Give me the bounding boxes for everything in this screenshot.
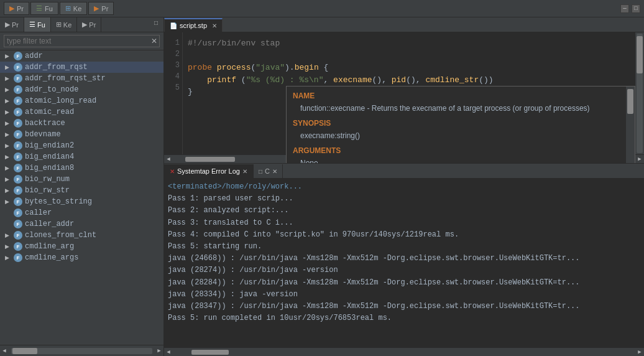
horizontal-scrollbar[interactable] — [11, 348, 152, 354]
bottom-hscroll[interactable]: ◀ ▶ — [164, 347, 644, 356]
function-icon: F — [14, 220, 22, 228]
collapse-button[interactable]: □ — [151, 17, 161, 27]
console-line: Pass 3: translated to C i... — [168, 217, 640, 229]
vscroll-thumb — [637, 36, 643, 73]
left-tab-pr[interactable]: ▶ Pr — [0, 17, 24, 32]
search-clear-button[interactable]: ✕ — [151, 37, 157, 45]
tree-arrow-icon: ▶ — [5, 232, 12, 238]
list-item[interactable]: ▶ F big_endian4 — [0, 151, 163, 162]
console-line: Pass 2: analyzed script:... — [168, 205, 640, 217]
bottom-hscroll-left[interactable]: ◀ — [164, 348, 173, 357]
list-item[interactable]: ▶ F big_endian2 — [0, 140, 163, 151]
left-tab-pr2[interactable]: ▶ Pr — [77, 17, 101, 32]
list-item[interactable]: ▶ F cmdline_args — [0, 252, 163, 263]
scroll-right-button[interactable]: ▶ — [155, 347, 163, 355]
list-item[interactable]: ▶ F bio_rw_num — [0, 174, 163, 185]
bottom-hscroll-right[interactable]: ▶ — [635, 348, 644, 357]
tab-close-button[interactable]: ✕ — [212, 22, 217, 29]
documentation-popup: NAME function::execname - Returns the ex… — [286, 86, 635, 163]
console-line: java (28347)) : /usr/bin/java -Xms128m -… — [168, 301, 640, 312]
tree-arrow-icon: ▶ — [5, 187, 12, 194]
doc-vscroll[interactable] — [626, 87, 635, 163]
doc-synopsis-title: SYNOPSIS — [293, 119, 628, 128]
function-icon: F — [14, 175, 22, 184]
fu-icon: ☰ — [36, 4, 42, 12]
list-item[interactable]: ▶ F addr_from_rqst_str — [0, 73, 163, 84]
title-tab-fu[interactable]: ☰ Fu — [30, 2, 58, 15]
list-item[interactable]: ▶ F atomic_read — [0, 106, 163, 118]
error-tab-close[interactable]: ✕ — [242, 168, 247, 175]
list-item[interactable]: ▶ F addr_from_rqst — [0, 62, 163, 73]
tree-arrow-icon: ▶ — [5, 53, 12, 59]
doc-synopsis-text: execname:string() — [300, 130, 628, 141]
hscroll-right-button[interactable]: ▶ — [635, 155, 644, 164]
scroll-left-button[interactable]: ◀ — [0, 347, 9, 355]
tree-item-label: big_endian2 — [25, 141, 74, 150]
tree-item-label: bdevname — [25, 130, 61, 139]
doc-arguments-title: ARGUMENTS — [293, 146, 628, 155]
title-bar: ▶ Pr ☰ Fu ⊞ Ke ▶ Pr ─ □ — [0, 0, 644, 17]
bottom-tab-error[interactable]: ✕ Systemtap Error Log ✕ — [164, 164, 253, 178]
right-panel: 📄 script.stp ✕ 1 2 3 4 5 #!/usr/bin/env … — [164, 17, 644, 356]
list-item[interactable]: ▶ F atomic_long_read — [0, 95, 163, 106]
console-tab-close[interactable]: ✕ — [272, 168, 277, 175]
list-item[interactable]: ▶ F caller_addr — [0, 218, 163, 230]
function-icon: F — [14, 231, 22, 240]
left-ke-label: Ke — [63, 21, 71, 29]
editor-vscroll[interactable] — [635, 32, 644, 154]
list-item[interactable]: ▶ F bdevname — [0, 129, 163, 140]
doc-arguments-text: None — [300, 157, 628, 163]
list-item[interactable]: ▶ F bytes_to_string — [0, 196, 163, 207]
list-item[interactable]: ▶ F cmdline_arg — [0, 241, 163, 252]
tree-item-label: addr_to_node — [25, 85, 78, 94]
pr2-label: Pr — [101, 5, 108, 12]
editor-tab-script[interactable]: 📄 script.stp ✕ — [164, 18, 223, 32]
tree-item-label: cmdline_args — [25, 253, 78, 262]
left-tab-ke[interactable]: ⊞ Ke — [51, 17, 77, 32]
console-path: <terminated>/home/roly/work... — [168, 182, 302, 191]
hscroll-left-button[interactable]: ◀ — [164, 155, 173, 164]
maximize-button[interactable]: □ — [632, 4, 640, 13]
title-tab-pr1[interactable]: ▶ Pr — [4, 2, 29, 15]
bottom-tab-console[interactable]: □ C ✕ — [253, 164, 283, 178]
list-item[interactable]: ▶ F backtrace — [0, 118, 163, 129]
search-input[interactable] — [4, 35, 160, 47]
list-item[interactable]: ▶ F bio_rw_str — [0, 185, 163, 196]
console-line: java (28284)) : /usr/bin/java -Xms128m -… — [168, 277, 640, 289]
list-item[interactable]: ▶ F clones_from_clnt — [0, 230, 163, 241]
console-line: Pass 5: run completed in 10usr/20sys/768… — [168, 312, 640, 324]
function-icon: F — [14, 52, 22, 60]
function-icon: F — [14, 108, 22, 116]
tree-item-label: big_endian4 — [25, 152, 74, 161]
title-tab-pr2[interactable]: ▶ Pr — [88, 2, 114, 15]
ke-label: Ke — [73, 5, 81, 12]
console-line: Pass 4: compiled C into "script.ko" in 9… — [168, 229, 640, 241]
pr2-icon: ▶ — [94, 4, 99, 12]
tree-item-label: bio_rw_num — [25, 175, 70, 184]
tree-arrow-icon: ▶ — [5, 255, 12, 261]
list-item[interactable]: ▶ F addr_to_node — [0, 84, 163, 95]
console-area: <terminated>/home/roly/work... Pass 1: p… — [164, 179, 644, 347]
code-line-1: #!/usr/bin/env stap — [188, 37, 630, 50]
console-line: java (28334)) : java -version — [168, 289, 640, 301]
tree-item-label: cmdline_arg — [25, 242, 74, 251]
title-tab-ke[interactable]: ⊞ Ke — [60, 2, 87, 15]
list-item[interactable]: ▶ F big_endian8 — [0, 162, 163, 174]
minimize-button[interactable]: ─ — [620, 4, 629, 13]
editor-section: 📄 script.stp ✕ 1 2 3 4 5 #!/usr/bin/env … — [164, 17, 644, 163]
left-fu-label: Fu — [37, 21, 45, 29]
line-number: 2 — [167, 49, 180, 60]
pr1-label: Pr — [17, 5, 24, 12]
console-line: java (24668)) : /usr/bin/java -Xms128m -… — [168, 253, 640, 265]
console-line: Pass 5: starting run. — [168, 241, 640, 253]
list-item[interactable]: ▶ F addr — [0, 50, 163, 62]
function-icon: F — [14, 208, 22, 217]
editor-tabs: 📄 script.stp ✕ — [164, 17, 644, 32]
window-controls: ─ □ — [620, 4, 640, 13]
function-icon: F — [14, 85, 22, 94]
left-fu-icon: ☰ — [29, 21, 35, 29]
list-item[interactable]: ▶ F caller — [0, 207, 163, 218]
tree-arrow-icon: ▶ — [5, 64, 12, 70]
tree-item-label: caller_addr — [25, 220, 74, 228]
left-tab-fu[interactable]: ☰ Fu — [24, 17, 51, 32]
